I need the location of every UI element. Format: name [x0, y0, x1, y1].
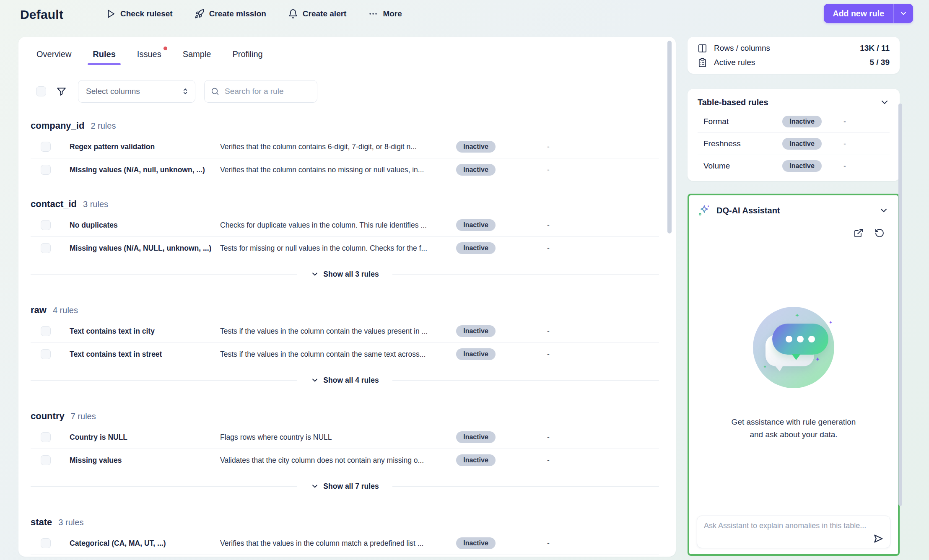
rules-panel: OverviewRulesIssuesSampleProfiling Selec…	[18, 37, 676, 557]
sparkle-decoration: ✦	[795, 313, 799, 318]
status-cell: Inactive	[446, 141, 505, 153]
list-scrollbar-thumb[interactable]	[667, 41, 672, 233]
section-raw: raw4 rulesText contains text in cityTest…	[31, 305, 659, 393]
tab-rules[interactable]: Rules	[92, 49, 116, 65]
tab-profiling[interactable]: Profiling	[231, 49, 263, 65]
status-cell: Inactive	[766, 160, 838, 172]
sort-carets-icon	[181, 87, 190, 96]
tab-label: Overview	[36, 49, 71, 59]
dq-ai-assistant-panel: DQ-AI Assistant ✦ ✦ ✦	[688, 194, 900, 556]
status-cell: Inactive	[446, 348, 505, 360]
chevron-down-icon[interactable]	[879, 205, 889, 215]
tab-issues[interactable]: Issues	[136, 49, 162, 65]
rule-name: Missing values (N/A, NULL, unknown, ...)	[51, 244, 220, 253]
chevron-down-icon[interactable]	[894, 4, 913, 23]
stat-active-rules: Active rules5 / 39	[698, 58, 890, 67]
send-icon[interactable]	[872, 533, 884, 544]
show-all-label: Show all 4 rules	[323, 376, 379, 385]
rule-count: 2 rules	[91, 121, 116, 131]
filter-icon[interactable]	[56, 86, 67, 97]
show-all-label: Show all 7 rules	[323, 482, 379, 491]
rule-row: Text contains text in streetTests if the…	[31, 342, 659, 366]
rule-name: No duplicates	[51, 221, 220, 230]
action-label: More	[383, 9, 402, 18]
show-all-button[interactable]: Show all 4 rules	[308, 376, 381, 385]
add-new-rule-label: Add new rule	[824, 9, 893, 18]
status-cell: Inactive	[446, 242, 505, 254]
rule-name: Text contains text in city	[51, 327, 220, 336]
create-alert-button[interactable]: Create alert	[288, 9, 347, 19]
rule-description: Checks for duplicate values in the colum…	[220, 221, 446, 230]
status-cell: Inactive	[766, 116, 838, 127]
typing-dot	[797, 336, 804, 342]
rule-row: Text contains text in cityTests if the v…	[31, 320, 659, 342]
rule-checkbox[interactable]	[41, 538, 51, 548]
stat-label: Rows / columns	[714, 44, 853, 53]
rule-checkbox[interactable]	[41, 349, 51, 359]
rule-checkbox[interactable]	[41, 432, 51, 442]
rule-count: 3 rules	[83, 200, 108, 209]
rule-name: Missing values	[51, 456, 220, 465]
chevron-down-icon[interactable]	[880, 97, 890, 107]
add-new-rule-button[interactable]: Add new rule	[824, 4, 913, 23]
more-button[interactable]: More	[368, 9, 402, 19]
tab-label: Sample	[183, 49, 211, 59]
rule-row: Regex pattern validationVerifies that th…	[31, 135, 659, 158]
table-based-rules-rows: FormatInactive-FreshnessInactive-VolumeI…	[698, 111, 890, 177]
tab-label: Issues	[137, 49, 161, 59]
page-scrollbar-thumb[interactable]	[898, 104, 902, 506]
rule-value: -	[505, 166, 659, 174]
page: Default Check rulesetCreate missionCreat…	[0, 0, 929, 560]
rule-description: Tests for missing or null values in the …	[220, 244, 446, 253]
rule-value: -	[505, 456, 659, 465]
chevron-down-icon	[311, 482, 319, 490]
rule-name: Regex pattern validation	[51, 143, 220, 151]
rule-description: Tests if the values in the column contai…	[220, 350, 446, 359]
assistant-input[interactable]	[697, 516, 890, 548]
column-name: country	[31, 411, 65, 422]
show-all-button[interactable]: Show all 3 rules	[308, 270, 381, 279]
search-input[interactable]	[224, 86, 311, 96]
table-based-rules-header: Table-based rules	[698, 97, 890, 107]
status-badge: Inactive	[456, 219, 496, 231]
typing-dot	[786, 336, 792, 342]
rule-description: Verifies that the values in the column m…	[220, 539, 446, 548]
status-cell: Inactive	[446, 219, 505, 231]
rule-row: No duplicatesChecks for duplicate values…	[31, 214, 659, 236]
status-cell: Inactive	[446, 325, 505, 337]
tab-overview[interactable]: Overview	[36, 49, 72, 65]
rule-description: Verifies that the column contains 6-digi…	[220, 143, 446, 151]
assistant-input-box[interactable]	[697, 516, 890, 548]
rule-row: Missing valuesValidates that the city co…	[31, 449, 659, 472]
rule-checkbox[interactable]	[41, 455, 51, 465]
rule-checkbox[interactable]	[41, 220, 51, 230]
table-rule-value: -	[838, 140, 890, 148]
select-columns-dropdown[interactable]: Select columns	[78, 80, 195, 103]
rule-value: -	[505, 143, 659, 151]
status-badge: Inactive	[456, 164, 496, 176]
reset-icon[interactable]	[875, 228, 885, 238]
status-badge: Inactive	[456, 141, 496, 153]
rule-checkbox[interactable]	[41, 243, 51, 253]
search-box[interactable]	[204, 80, 317, 103]
status-badge: Inactive	[456, 537, 496, 549]
assistant-description: Get assistance with rule generation and …	[727, 416, 861, 441]
show-all-button[interactable]: Show all 7 rules	[308, 482, 381, 491]
rule-checkbox[interactable]	[41, 165, 51, 175]
section-country: country7 rulesCountry is NULLFlags rows …	[31, 411, 659, 499]
assistant-toolbar	[689, 217, 898, 238]
action-label: Check ruleset	[120, 9, 173, 18]
create-mission-button[interactable]: Create mission	[195, 9, 266, 19]
check-ruleset-button[interactable]: Check ruleset	[106, 9, 173, 19]
assistant-title: DQ-AI Assistant	[716, 206, 873, 215]
rule-checkbox[interactable]	[41, 326, 51, 336]
section-contact_id: contact_id3 rulesNo duplicatesChecks for…	[31, 199, 659, 287]
select-all-checkbox[interactable]	[36, 86, 46, 96]
section-header: raw4 rules	[31, 305, 659, 316]
rule-checkbox[interactable]	[41, 142, 51, 152]
column-name: contact_id	[31, 199, 77, 210]
rule-row: Country is NULLFlags rows where country …	[31, 426, 659, 449]
show-all-row: Show all 4 rules	[31, 367, 659, 393]
open-external-icon[interactable]	[854, 228, 864, 238]
tab-sample[interactable]: Sample	[182, 49, 212, 65]
